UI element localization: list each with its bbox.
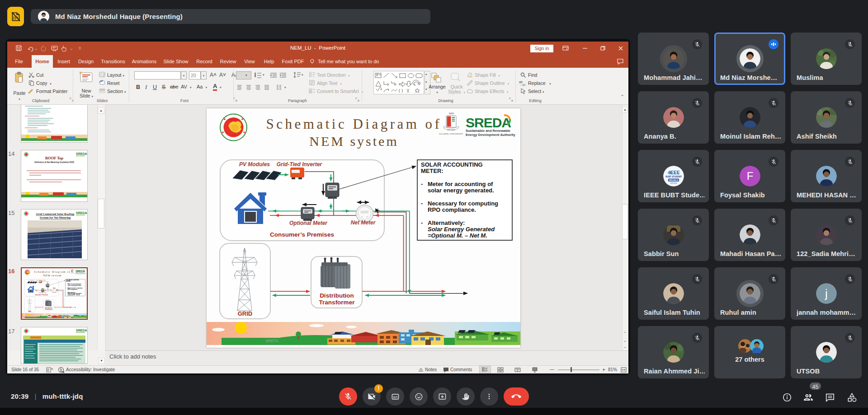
svg-text:Definition at Net Metering Gui: Definition at Net Metering Guideline'201…	[34, 161, 74, 163]
svg-text:ROOF Top: ROOF Top	[45, 156, 63, 160]
svg-text:SREDA: SREDA	[76, 211, 87, 214]
svg-text:BUBT STUDENT: BUBT STUDENT	[665, 176, 682, 178]
svg-text:EST.2018: EST.2018	[670, 182, 677, 184]
svg-text:IEEE: IEEE	[669, 170, 679, 175]
svg-text:j: j	[825, 287, 828, 300]
svg-text:SREDA: SREDA	[76, 152, 87, 155]
svg-text:2: 2	[255, 75, 256, 77]
svg-text:F: F	[746, 170, 753, 182]
svg-text:SREDA: SREDA	[76, 329, 87, 332]
svg-text:→ac: →ac	[519, 83, 526, 86]
svg-text:BRANCH: BRANCH	[669, 179, 679, 182]
svg-text:System for Net Metering: System for Net Metering	[40, 216, 71, 219]
svg-text:Grid Connected Solar Rooftop: Grid Connected Solar Rooftop	[36, 212, 75, 215]
